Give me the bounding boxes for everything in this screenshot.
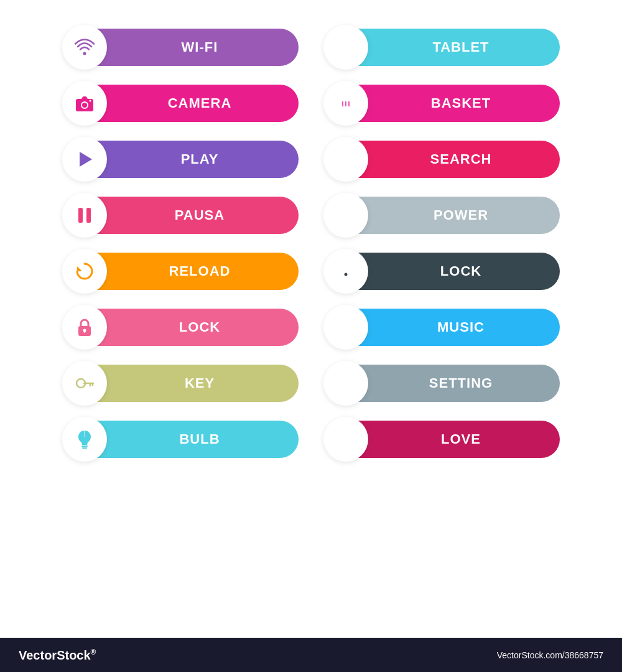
svg-line-29 [348,162,354,167]
btn-item-key[interactable]: KEY [62,361,299,406]
btn-label-reload: RELOAD [169,263,231,279]
btn-item-basket[interactable]: BASKET [323,81,560,126]
icon-circle-pause [62,193,107,238]
btn-item-pausa[interactable]: PAUSA [62,193,299,238]
svg-marker-5 [80,152,92,167]
icon-circle-key [62,361,107,406]
label-bar-lock: LOCK [85,309,299,346]
label-bar-wi-fi: WI-FI [85,29,299,66]
icon-circle-search [323,137,368,182]
footer-brand: VectorStock® [19,648,96,663]
svg-line-22 [350,96,351,100]
btn-item-lock[interactable]: LOCK [62,305,299,350]
icon-circle-tablet [323,25,368,70]
svg-point-42 [341,386,345,390]
svg-rect-7 [86,208,91,223]
icon-circle-wifi [62,25,107,70]
svg-point-32 [345,273,348,276]
label-bar-camera: CAMERA [85,85,299,122]
svg-line-21 [341,96,342,100]
svg-rect-16 [81,446,88,447]
btn-item-bulb[interactable]: BULB [62,417,299,462]
btn-label-lock: LOCK [179,319,220,335]
btn-label-lock: LOCK [440,263,481,279]
btn-item-setting[interactable]: SETTING [323,361,560,406]
label-bar-music: MUSIC [346,309,560,346]
svg-point-41 [347,381,351,385]
svg-point-3 [82,103,87,108]
label-bar-tablet: TABLET [346,29,560,66]
svg-rect-6 [78,208,83,223]
svg-marker-8 [77,266,82,271]
icon-circle-lock [62,305,107,350]
label-bar-reload: RELOAD [85,253,299,290]
svg-point-0 [83,52,86,55]
svg-point-24 [348,109,350,111]
icon-circle-camera [62,81,107,126]
btn-label-power: POWER [434,207,488,223]
btn-item-search[interactable]: SEARCH [323,137,560,182]
label-bar-power: POWER [346,197,560,234]
label-bar-love: LOVE [346,421,560,458]
btn-item-tablet[interactable]: TABLET [323,25,560,70]
main-content: WI-FI CAMERA PLAY PAUSA RELOAD LOCK KEY [0,0,622,487]
btn-label-camera: CAMERA [168,95,232,111]
icon-circle-bulb [62,417,107,462]
label-bar-key: KEY [85,365,299,402]
btn-label-bulb: BULB [179,431,220,447]
btn-label-search: SEARCH [430,151,492,167]
label-bar-lock: LOCK [346,253,560,290]
label-bar-pausa: PAUSA [85,197,299,234]
btn-item-wi-fi[interactable]: WI-FI [62,25,299,70]
btn-item-music[interactable]: MUSIC [323,305,560,350]
btn-label-setting: SETTING [429,375,493,391]
svg-point-4 [90,100,91,102]
svg-rect-17 [82,447,87,449]
icon-circle-music [323,305,368,350]
label-bar-search: SEARCH [346,141,560,178]
icon-circle-power [323,193,368,238]
btn-label-tablet: TABLET [432,39,489,55]
label-bar-setting: SETTING [346,365,560,402]
btn-item-power[interactable]: POWER [323,193,560,238]
svg-point-40 [341,376,345,380]
btn-label-love: LOVE [441,431,481,447]
footer: VectorStock® VectorStock.com/38668757 [0,638,622,672]
btn-item-reload[interactable]: RELOAD [62,249,299,294]
icon-circle-love [323,417,368,462]
svg-point-36 [346,327,351,331]
btn-item-play[interactable]: PLAY [62,137,299,182]
btn-label-music: MUSIC [437,319,485,335]
btn-item-love[interactable]: LOVE [323,417,560,462]
btn-item-lock[interactable]: LOCK [323,249,560,294]
label-bar-bulb: BULB [85,421,299,458]
icon-circle-basket [323,81,368,126]
right-column: TABLET BASKET SEARCH POWER LOCK MUSIC [323,25,560,462]
icon-circle-setting [323,361,368,406]
btn-label-key: KEY [185,375,215,391]
btn-label-pausa: PAUSA [175,207,225,223]
svg-rect-11 [84,330,85,333]
btn-label-play: PLAY [181,151,219,167]
icon-circle-play [62,137,107,182]
btn-label-basket: BASKET [431,95,491,111]
btn-label-wi-fi: WI-FI [182,39,218,55]
label-bar-play: PLAY [85,141,299,178]
btn-item-camera[interactable]: CAMERA [62,81,299,126]
icon-circle-reload [62,249,107,294]
left-column: WI-FI CAMERA PLAY PAUSA RELOAD LOCK KEY [62,25,299,462]
label-bar-basket: BASKET [346,85,560,122]
icon-circle-lock2 [323,249,368,294]
footer-url: VectorStock.com/38668757 [497,650,603,660]
svg-point-23 [341,109,344,111]
